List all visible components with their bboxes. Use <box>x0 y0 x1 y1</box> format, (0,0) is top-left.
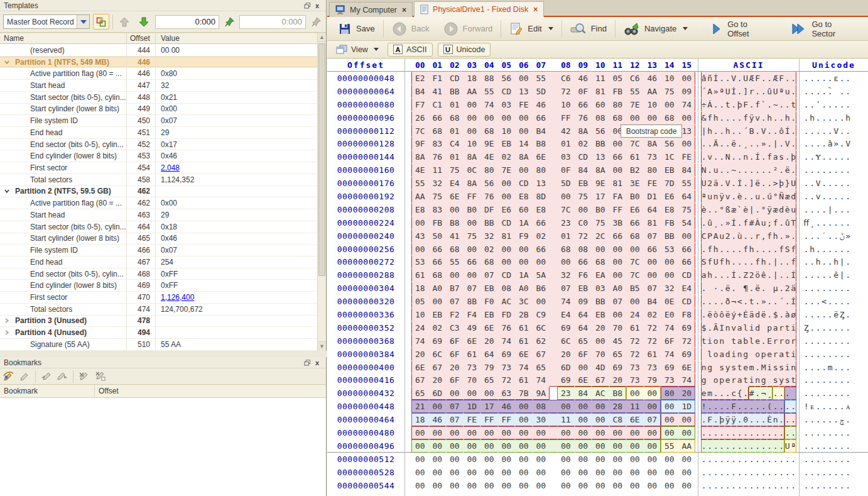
ascii-char[interactable]: . <box>707 426 713 439</box>
ascii-char[interactable]: . <box>779 111 785 124</box>
hex-byte[interactable]: 66 <box>609 229 627 243</box>
hex-byte[interactable]: 18 <box>411 282 429 295</box>
ascii-char[interactable]: p <box>767 321 773 334</box>
hex-byte[interactable]: 55 <box>446 255 464 268</box>
ascii-char[interactable]: a <box>779 348 785 361</box>
hex-offset[interactable]: 00000000064 <box>327 85 405 98</box>
hex-byte[interactable]: 55 <box>678 177 696 190</box>
ascii-char[interactable]: » <box>761 295 767 308</box>
hex-byte[interactable]: FE <box>515 98 533 111</box>
ascii-char[interactable]: Æ <box>773 72 779 85</box>
ascii-char[interactable]: ° <box>719 203 725 216</box>
ascii-char[interactable]: a <box>719 348 725 361</box>
hex-byte[interactable]: 07 <box>464 282 481 295</box>
ascii-char[interactable]: . <box>773 479 779 492</box>
hex-byte[interactable]: 69 <box>661 361 678 374</box>
template-row[interactable]: End sector (bits 0-5), cylin...4680xFF <box>0 268 318 280</box>
ascii-char[interactable]: µ <box>773 282 779 295</box>
ascii-char[interactable]: . <box>737 255 743 268</box>
ascii-char[interactable]: . <box>725 466 731 479</box>
unicode-char[interactable]: ˹ <box>822 229 828 243</box>
chevron-down-icon[interactable] <box>683 27 688 30</box>
ascii-char[interactable]: l <box>743 321 749 334</box>
ascii-char[interactable]: 2 <box>725 229 731 243</box>
ascii-char[interactable]: . <box>707 163 713 177</box>
column-header-offset[interactable]: Offset <box>127 33 156 43</box>
hex-byte[interactable]: 1A <box>515 268 533 282</box>
ascii-char[interactable]: a <box>737 334 743 348</box>
unicode-char[interactable]: . <box>845 466 852 479</box>
ascii-char[interactable]: ä <box>713 177 719 190</box>
unicode-char[interactable]: . <box>815 111 822 124</box>
unicode-char[interactable]: . <box>815 400 822 413</box>
ascii-char[interactable]: . <box>779 268 785 282</box>
hex-byte[interactable]: 02 <box>533 229 550 243</box>
template-row[interactable]: Partition 2 (NTFS, 59.5 GB)462 <box>0 186 318 198</box>
ascii-char[interactable]: . <box>749 190 755 203</box>
hex-byte[interactable]: BB <box>592 137 609 150</box>
hex-byte[interactable]: 66 <box>429 243 447 256</box>
hex-byte[interactable]: 00 <box>498 453 516 466</box>
ascii-char[interactable]: ~ <box>731 163 737 177</box>
hex-byte[interactable]: 5A <box>533 268 550 282</box>
ascii-char[interactable]: . <box>755 400 761 413</box>
ascii-char[interactable]: o <box>713 348 719 361</box>
ascii-char[interactable]: f <box>707 255 713 268</box>
ascii-char[interactable]: . <box>725 111 731 124</box>
hex-byte[interactable]: AA <box>644 85 661 98</box>
ascii-char[interactable]: U <box>773 85 779 98</box>
unicode-char[interactable]: . <box>845 334 852 348</box>
hex-byte[interactable]: 00 <box>644 268 661 282</box>
ascii-char[interactable]: h <box>725 124 731 138</box>
ascii-char[interactable]: . <box>731 479 737 492</box>
ascii-char[interactable]: . <box>713 466 719 479</box>
hex-offset[interactable]: 00000000496 <box>327 439 405 453</box>
edit-button[interactable]: Edit <box>504 19 558 38</box>
ascii-char[interactable]: ° <box>773 190 779 203</box>
hex-byte[interactable]: CD <box>515 177 533 190</box>
ascii-char[interactable]: ¸ <box>767 387 773 400</box>
ascii-char[interactable]: 2 <box>784 282 791 295</box>
ascii-char[interactable]: . <box>791 453 797 466</box>
ascii-char[interactable]: . <box>725 426 731 439</box>
ascii-char[interactable]: . <box>719 72 725 85</box>
hex-byte[interactable]: E4 <box>557 308 575 321</box>
ascii-char[interactable]: . <box>701 426 707 439</box>
unicode-char[interactable]: . <box>845 85 852 98</box>
ascii-char[interactable]: . <box>737 163 743 177</box>
unicode-char[interactable]: . <box>810 426 816 439</box>
hex-byte[interactable]: FF <box>480 413 498 426</box>
hex-byte[interactable]: 66 <box>575 255 592 268</box>
hex-byte[interactable]: 02 <box>498 150 516 163</box>
ascii-char[interactable]: Ã <box>713 321 719 334</box>
hex-byte[interactable]: 80 <box>661 387 678 400</box>
hex-byte[interactable]: 46 <box>533 98 550 111</box>
hex-byte[interactable]: 7C <box>626 268 644 282</box>
hex-byte[interactable]: 8A <box>464 177 481 190</box>
ascii-char[interactable]: n <box>701 361 707 374</box>
unicode-char[interactable]: . <box>827 413 833 426</box>
hex-byte[interactable]: 6E <box>480 321 498 334</box>
hex-byte[interactable]: 21 <box>411 400 429 413</box>
ascii-char[interactable]: s <box>779 361 785 374</box>
hex-byte[interactable]: 6E <box>464 334 481 348</box>
ascii-char[interactable]: . <box>725 400 731 413</box>
hex-byte[interactable]: 09 <box>575 295 592 308</box>
hex-byte[interactable]: 74 <box>498 334 516 348</box>
ascii-char[interactable]: . <box>761 72 767 85</box>
unicode-char[interactable]: . <box>822 243 828 256</box>
hex-byte[interactable]: 00 <box>678 413 696 426</box>
unicode-char[interactable]: . <box>839 466 845 479</box>
column-header-value[interactable]: Value <box>156 34 318 43</box>
ascii-char[interactable]: è <box>784 203 791 216</box>
hex-byte[interactable]: 66 <box>678 255 696 268</box>
unicode-char[interactable]: . <box>810 268 816 282</box>
ascii-char[interactable]: . <box>784 72 791 85</box>
hex-offset[interactable]: 00000000480 <box>327 426 405 439</box>
unicode-char[interactable]: . <box>839 85 845 98</box>
hex-byte[interactable]: 07 <box>446 413 464 426</box>
ascii-char[interactable]: . <box>784 479 791 492</box>
hex-byte[interactable]: 10 <box>661 72 678 85</box>
unicode-char[interactable]: . <box>803 295 810 308</box>
unicode-char[interactable]: . <box>827 439 833 453</box>
